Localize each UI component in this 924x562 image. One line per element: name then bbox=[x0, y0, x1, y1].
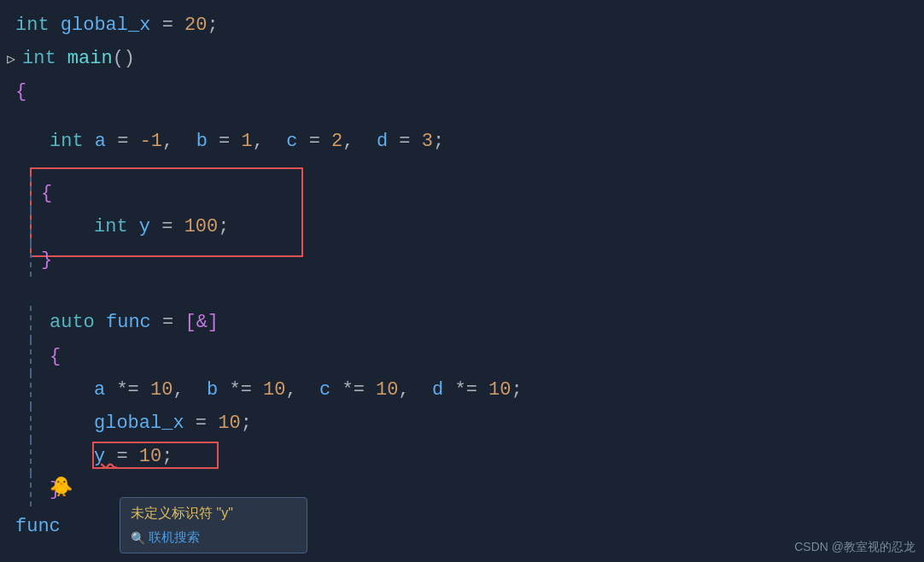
keyword-int: int bbox=[15, 10, 61, 40]
code-line-10 bbox=[0, 277, 924, 296]
op-eq-a: = bbox=[117, 126, 139, 156]
var-global-x-assign: global_x bbox=[94, 408, 196, 438]
open-brace-main: { bbox=[15, 77, 26, 107]
num-100: 100 bbox=[184, 212, 219, 242]
keyword-int-vars: int bbox=[50, 126, 95, 156]
keyword-int-y: int bbox=[94, 212, 139, 242]
code-line-13: { bbox=[0, 340, 924, 373]
var-y: y bbox=[139, 212, 161, 242]
num-neg1: -1 bbox=[140, 126, 162, 156]
open-brace-lambda: { bbox=[50, 342, 61, 372]
fn-main: main bbox=[67, 44, 113, 73]
num-1: 1 bbox=[241, 126, 252, 156]
num-20: 20 bbox=[184, 10, 207, 40]
var-a: a bbox=[95, 126, 117, 156]
code-line-7: { bbox=[0, 177, 924, 210]
code-line-8: int y = 100 ; bbox=[0, 210, 924, 243]
code-line-14: a *= 10 , b *= 10 , c *= 10 , d *= 10 ; bbox=[0, 373, 924, 407]
var-func-call: func bbox=[15, 512, 61, 542]
op-eq: = bbox=[162, 10, 184, 40]
var-func: func bbox=[106, 307, 162, 337]
var-y-error: y bbox=[94, 442, 116, 471]
code-line-6 bbox=[0, 158, 924, 177]
close-brace-inner: } bbox=[41, 245, 52, 275]
code-line-1: int global_x = 20 ; bbox=[0, 9, 924, 42]
code-line-9: } bbox=[0, 243, 924, 277]
punc-semi: ; bbox=[207, 10, 218, 40]
error-tooltip: 未定义标识符 "y" 联机搜索 bbox=[120, 497, 307, 553]
watermark: CSDN @教室视的忍龙 bbox=[794, 540, 915, 555]
lambda-capture: [&] bbox=[184, 307, 219, 337]
code-line-16: y = 10 ; bbox=[0, 440, 924, 473]
var-c: c bbox=[286, 126, 308, 156]
code-line-12: auto func = [&] bbox=[0, 306, 924, 339]
open-brace-inner: { bbox=[41, 179, 52, 208]
punc-parens: () bbox=[113, 44, 135, 73]
keyword-int-main: int bbox=[22, 44, 67, 73]
num-3: 3 bbox=[422, 126, 433, 156]
code-line-5: int a = -1 , b = 1 , c = 2 , d = 3 ; bbox=[0, 125, 924, 158]
keyword-auto: auto bbox=[50, 307, 106, 337]
num-2: 2 bbox=[331, 126, 342, 156]
tooltip-search-link[interactable]: 联机搜索 bbox=[131, 530, 296, 546]
code-line-3: { bbox=[0, 75, 924, 108]
var-global-x: global_x bbox=[61, 10, 162, 40]
code-line-11 bbox=[0, 296, 924, 306]
code-line-4 bbox=[0, 109, 924, 125]
code-line-15: global_x = 10 ; bbox=[0, 407, 924, 440]
var-d: d bbox=[377, 126, 399, 156]
gutter-arrow: ▷ bbox=[3, 50, 19, 72]
code-line-2: ▷ int main () bbox=[0, 42, 924, 75]
warning-icon: 🐥 bbox=[50, 473, 73, 503]
tooltip-error-text: 未定义标识符 "y" bbox=[131, 505, 296, 523]
var-b: b bbox=[196, 126, 219, 156]
code-editor: int global_x = 20 ; ▷ int main () { int … bbox=[0, 0, 924, 562]
